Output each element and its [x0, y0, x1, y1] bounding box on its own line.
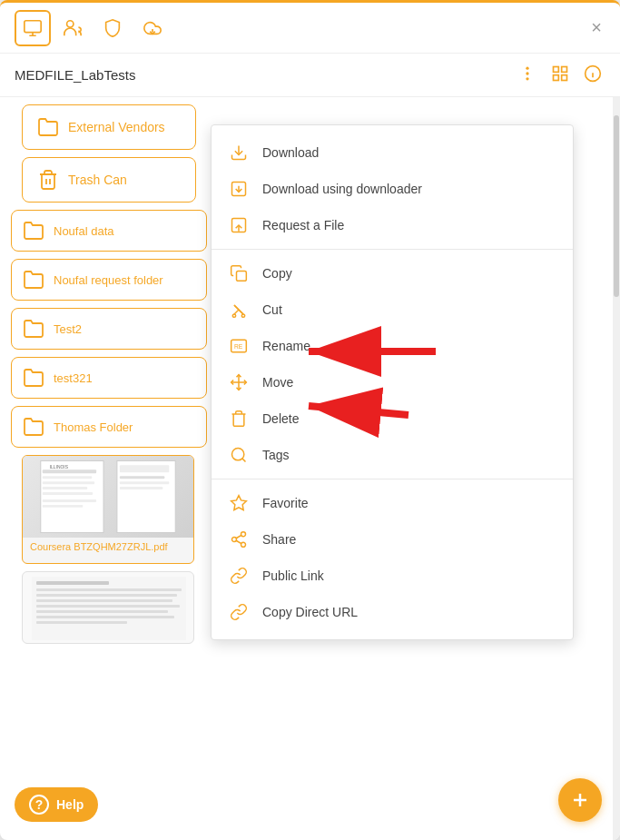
menu-item-share[interactable]: Share: [212, 521, 573, 558]
list-item-external[interactable]: External Vendors: [22, 104, 196, 150]
list-item-test321[interactable]: test321: [11, 357, 207, 399]
request-file-label: Request a File: [262, 218, 344, 232]
menu-section-share: Favorite Share Public Link: [212, 479, 573, 636]
svg-rect-24: [43, 505, 84, 508]
svg-rect-11: [562, 75, 567, 81]
request-file-icon: [230, 216, 248, 234]
svg-marker-57: [231, 496, 247, 510]
download-label: Download: [262, 145, 319, 160]
plus-icon: [569, 789, 591, 811]
svg-rect-36: [36, 605, 180, 608]
svg-line-61: [236, 540, 241, 543]
toolbar: MEDFILE_LabTests: [0, 54, 620, 97]
svg-rect-31: [32, 577, 186, 640]
svg-rect-33: [36, 588, 182, 591]
help-button[interactable]: ? Help: [15, 787, 98, 822]
list-item-thomas[interactable]: Thomas Folder: [11, 406, 207, 448]
list-item-test2[interactable]: Test2: [11, 308, 207, 350]
delete-label: Delete: [262, 411, 299, 426]
svg-rect-27: [120, 465, 169, 472]
list-item-pdf2[interactable]: [22, 571, 194, 644]
tab-bar: [15, 10, 171, 46]
svg-point-59: [232, 538, 237, 542]
svg-rect-8: [554, 67, 559, 73]
svg-rect-0: [25, 20, 41, 32]
main-content: External Vendors Trash Can Noufal data: [0, 97, 620, 840]
tags-label: Tags: [262, 448, 290, 462]
title-bar: ×: [0, 3, 620, 54]
svg-point-58: [241, 532, 246, 537]
download-downloader-icon: [230, 180, 248, 198]
menu-section-operations: Copy Cut RE Rename: [212, 250, 573, 479]
menu-item-rename[interactable]: RE Rename: [212, 328, 573, 364]
help-label: Help: [56, 797, 84, 812]
svg-point-47: [241, 314, 244, 317]
menu-item-copy-direct-url[interactable]: Copy Direct URL: [212, 594, 573, 630]
move-icon: [230, 373, 248, 391]
svg-rect-19: [43, 476, 92, 479]
fab-add-button[interactable]: [558, 778, 602, 822]
svg-point-6: [526, 72, 528, 74]
download-icon: [230, 143, 248, 162]
menu-item-move[interactable]: Move: [212, 364, 573, 400]
menu-item-download-downloader[interactable]: Download using downloader: [212, 171, 573, 207]
context-menu: Download Download using downloader: [211, 124, 574, 640]
svg-rect-23: [43, 499, 96, 502]
scrollbar[interactable]: [613, 97, 620, 840]
copy-label: Copy: [262, 266, 292, 281]
list-item-trash[interactable]: Trash Can: [22, 157, 196, 203]
page-title: MEDFILE_LabTests: [15, 67, 135, 83]
item-name-noufal-data: Noufal data: [54, 224, 114, 238]
rename-icon: RE: [230, 337, 248, 355]
menu-item-favorite[interactable]: Favorite: [212, 485, 573, 521]
menu-item-cut[interactable]: Cut: [212, 292, 573, 328]
grid-view-button[interactable]: [547, 61, 573, 89]
tab-users[interactable]: [54, 10, 91, 46]
svg-rect-45: [237, 272, 247, 282]
delete-icon: [230, 410, 248, 428]
menu-item-public-link[interactable]: Public Link: [212, 558, 573, 594]
item-name-test321: test321: [54, 371, 93, 385]
favorite-label: Favorite: [262, 496, 309, 510]
download-downloader-label: Download using downloader: [262, 182, 422, 196]
svg-rect-30: [120, 487, 162, 489]
info-button[interactable]: [580, 61, 605, 89]
menu-item-delete[interactable]: Delete: [212, 400, 573, 437]
svg-rect-9: [562, 67, 567, 73]
svg-point-7: [526, 77, 528, 80]
svg-rect-32: [36, 581, 109, 585]
svg-rect-28: [120, 476, 164, 479]
help-icon: ?: [29, 795, 49, 815]
favorite-icon: [230, 494, 248, 512]
svg-rect-34: [36, 594, 177, 597]
svg-line-62: [236, 535, 241, 538]
menu-section-download: Download Download using downloader: [212, 129, 573, 250]
toolbar-actions: [515, 61, 605, 89]
public-link-label: Public Link: [262, 568, 324, 583]
menu-item-download[interactable]: Download: [212, 134, 573, 171]
close-button[interactable]: ×: [587, 14, 605, 42]
file-list: External Vendors Trash Can Noufal data: [0, 97, 218, 840]
list-item-noufal-data[interactable]: Noufal data: [11, 210, 207, 252]
tab-cloud[interactable]: [134, 10, 171, 46]
svg-rect-18: [43, 469, 96, 473]
tab-shield[interactable]: [94, 10, 131, 46]
tab-desktop[interactable]: [15, 10, 51, 46]
menu-item-tags[interactable]: Tags: [212, 437, 573, 473]
menu-item-request-file[interactable]: Request a File: [212, 207, 573, 243]
app-window: × MEDFILE_LabTests: [0, 0, 620, 840]
svg-rect-35: [36, 599, 172, 602]
share-label: Share: [262, 532, 296, 547]
rename-label: Rename: [262, 339, 310, 353]
list-item-noufal-request[interactable]: Noufal request folder: [11, 259, 207, 301]
list-item-coursera-pdf[interactable]: ILLINOIS Coursera BTZQHM27ZRJL.pdf: [22, 455, 194, 564]
item-name-noufal-request: Noufal request folder: [54, 273, 163, 287]
item-name-test2: Test2: [54, 322, 82, 336]
menu-item-copy[interactable]: Copy: [212, 255, 573, 292]
more-options-button[interactable]: [515, 61, 540, 89]
item-name-trash: Trash Can: [68, 173, 127, 187]
svg-point-5: [526, 67, 528, 70]
svg-point-55: [232, 449, 244, 460]
scrollbar-thumb[interactable]: [614, 115, 619, 297]
item-name-external: External Vendors: [68, 120, 165, 134]
